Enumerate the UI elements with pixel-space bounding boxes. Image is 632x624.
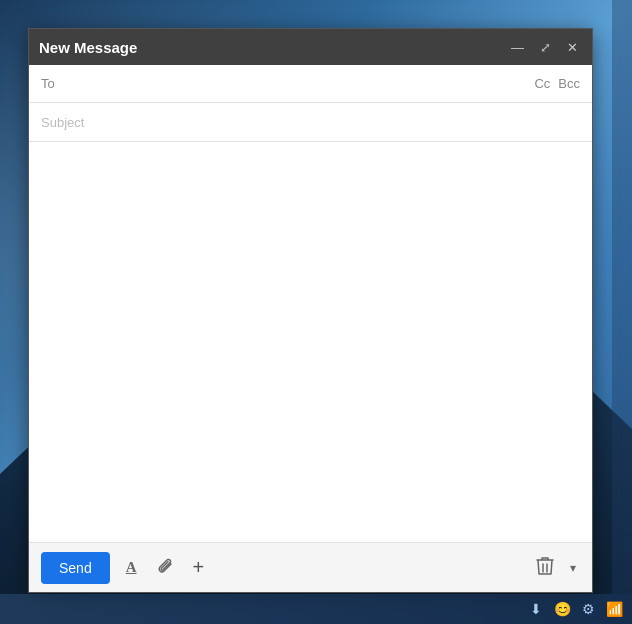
compose-body[interactable] <box>29 142 592 542</box>
to-field-row: To Cc Bcc <box>29 65 592 103</box>
format-text-icon: A <box>126 559 137 576</box>
compose-fields: To Cc Bcc <box>29 65 592 142</box>
attach-icon <box>157 557 173 579</box>
window-title: New Message <box>39 39 137 56</box>
more-options-button[interactable]: + <box>185 550 213 585</box>
body-textarea[interactable] <box>41 150 580 534</box>
attach-button[interactable] <box>149 551 181 585</box>
delete-button[interactable] <box>528 550 562 586</box>
download-taskbar-icon[interactable]: ⬇ <box>526 599 546 619</box>
dropdown-button[interactable]: ▾ <box>566 555 580 581</box>
cc-bcc-buttons: Cc Bcc <box>534 76 580 91</box>
emoji-icon: 😊 <box>554 601 571 617</box>
delete-icon <box>536 556 554 580</box>
subject-field-row <box>29 103 592 141</box>
bcc-button[interactable]: Bcc <box>558 76 580 91</box>
send-button[interactable]: Send <box>41 552 110 584</box>
to-label: To <box>41 76 71 91</box>
format-text-button[interactable]: A <box>118 553 145 582</box>
to-input[interactable] <box>79 76 534 91</box>
dropdown-icon: ▾ <box>570 561 576 575</box>
subject-input[interactable] <box>41 115 580 130</box>
download-icon: ⬇ <box>530 601 542 617</box>
sidebar-right <box>612 0 632 594</box>
compose-toolbar: Send A + <box>29 542 592 592</box>
window-controls: — ⤢ ✕ <box>507 39 582 56</box>
minimize-button[interactable]: — <box>507 39 528 56</box>
window-titlebar: New Message — ⤢ ✕ <box>29 29 592 65</box>
close-button[interactable]: ✕ <box>563 39 582 56</box>
compose-window: New Message — ⤢ ✕ To Cc Bcc Send A <box>28 28 593 593</box>
network-taskbar-icon[interactable]: 📶 <box>604 599 624 619</box>
emoji-taskbar-icon[interactable]: 😊 <box>552 599 572 619</box>
network-icon: 📶 <box>606 601 623 617</box>
settings-icon: ⚙ <box>582 601 595 617</box>
more-icon: + <box>193 556 205 579</box>
toolbar-right: ▾ <box>528 550 580 586</box>
restore-button[interactable]: ⤢ <box>536 39 555 56</box>
taskbar: ⬇ 😊 ⚙ 📶 <box>0 594 632 624</box>
cc-button[interactable]: Cc <box>534 76 550 91</box>
settings-taskbar-icon[interactable]: ⚙ <box>578 599 598 619</box>
